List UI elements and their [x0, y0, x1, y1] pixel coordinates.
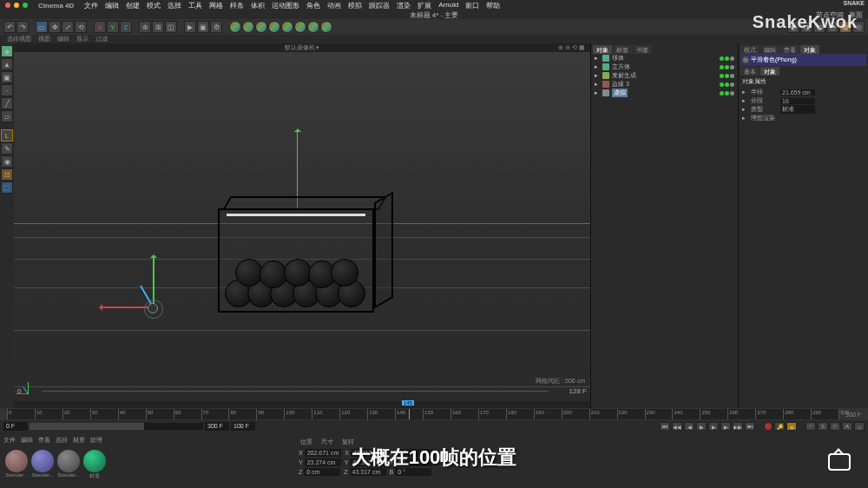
autokey-button[interactable]: 🔑 [774, 422, 785, 431]
menu-tools[interactable]: 工具 [188, 1, 202, 10]
bookmark-tab[interactable]: 书签 [633, 45, 652, 54]
prim-cube[interactable] [229, 21, 241, 33]
tweak-mode[interactable]: ✎ [1, 142, 13, 155]
frame-current-field[interactable]: 100 F [231, 422, 255, 431]
attr-tab-object[interactable]: 对象 [800, 45, 819, 54]
coord-tab-pos[interactable]: 位置 [300, 438, 312, 446]
next-key-button[interactable]: ▶▶ [733, 422, 743, 431]
material-swatch[interactable]: Standar... [31, 450, 54, 480]
attr-row[interactable]: ▸理想渲染 [740, 114, 866, 122]
menu-create[interactable]: 创建 [126, 1, 140, 10]
prim-camera[interactable] [294, 21, 306, 33]
attr-tab-view[interactable]: 查看 [780, 45, 799, 54]
min-dot[interactable] [14, 3, 19, 8]
menu-mode[interactable]: 模式 [147, 1, 161, 10]
menu-help[interactable]: 帮助 [486, 1, 500, 10]
vp-view[interactable]: 视图 [38, 35, 50, 43]
key-rot[interactable]: R [830, 422, 840, 431]
workplane-mode[interactable]: ⬚ [1, 181, 13, 194]
timeline-ruler[interactable]: 0102030405060708090100110120130140150160… [0, 408, 868, 420]
vp-selectview[interactable]: 选择视图 [7, 35, 31, 43]
object-row[interactable]: ▸发射生成 [593, 71, 736, 80]
render-view-button[interactable]: ▶ [184, 21, 196, 33]
menu-character[interactable]: 角色 [306, 1, 320, 10]
object-row[interactable]: ▸球体 [593, 54, 736, 63]
play-button[interactable]: ▶ [708, 422, 719, 431]
key-param[interactable]: A [842, 422, 852, 431]
prim-generator[interactable] [255, 21, 267, 33]
workplane[interactable]: ◫ [165, 21, 177, 33]
coord-system[interactable]: ⊕ [139, 21, 151, 33]
model-mode[interactable]: ▲ [1, 58, 13, 70]
menu-extensions[interactable]: 扩展 [418, 1, 431, 10]
record-button[interactable] [764, 422, 773, 431]
mat-tab-select[interactable]: 选择 [56, 436, 68, 445]
mat-tab-texture[interactable]: 纹理 [90, 436, 102, 445]
key-scale[interactable]: S [818, 422, 828, 431]
menu-mograph[interactable]: 运动图形 [272, 1, 299, 10]
menu-render[interactable]: 渲染 [397, 1, 411, 10]
coord-tab-size[interactable]: 尺寸 [321, 438, 333, 446]
obj-tab[interactable]: 对象 [593, 45, 612, 54]
prim-deformer[interactable] [268, 21, 280, 33]
cube-object[interactable] [218, 208, 374, 313]
material-swatch[interactable]: Standar... [5, 450, 28, 480]
coord-y-pos[interactable]: 23.274 cm [305, 458, 341, 466]
tag-tab[interactable]: 标签 [613, 45, 632, 54]
move-tool[interactable]: ✥ [49, 21, 61, 33]
frame-end-field[interactable]: 300 F [205, 422, 229, 431]
axis-mode[interactable]: L [1, 129, 13, 142]
viewport-frame-ruler[interactable]: 0 128 F [14, 387, 590, 394]
menu-animate[interactable]: 动画 [327, 1, 341, 10]
prev-key-button[interactable]: ◀◀ [672, 422, 682, 431]
vp-display[interactable]: 显示 [76, 35, 89, 43]
y-axis-toggle[interactable]: Y [107, 21, 119, 33]
key-pos[interactable]: P [806, 422, 816, 431]
menu-edit[interactable]: 编辑 [105, 1, 119, 10]
render-region-button[interactable]: ▣ [197, 21, 209, 33]
z-axis-toggle[interactable]: Z [120, 21, 132, 33]
rotate-tool[interactable]: ⟲ [75, 21, 87, 33]
play-back-button[interactable]: ▶ [696, 422, 707, 431]
prim-light[interactable] [307, 21, 319, 33]
prim-spline[interactable] [242, 21, 254, 33]
goto-start-button[interactable]: ⏮ [660, 422, 670, 431]
attr-subtab-object[interactable]: 对象 [760, 67, 779, 76]
viewport-solo[interactable]: ◉ [1, 155, 13, 168]
mat-tab-edit[interactable]: 编辑 [21, 436, 33, 445]
viewport-camera-label[interactable]: 默认摄像机 ▾ ⊕ ⊖ ⟲ ▦ [14, 43, 590, 52]
object-list[interactable]: ▸球体▸立方体▸发射生成▸边缘 3▸虚拟 [593, 54, 736, 97]
menu-spline[interactable]: 样条 [230, 1, 244, 10]
mat-tab-view[interactable]: 查看 [38, 436, 50, 445]
select-tool[interactable]: ▭ [36, 21, 48, 33]
coord-x-pos[interactable]: 202.671 cm [305, 449, 342, 457]
menu-volume[interactable]: 体积 [251, 1, 265, 10]
material-swatch[interactable]: 材质 [83, 450, 106, 480]
attr-tab-mode[interactable]: 模式 [740, 45, 760, 54]
max-dot[interactable] [23, 3, 28, 8]
timeline-range-slider[interactable] [30, 423, 203, 430]
undo-button[interactable]: ↶ [3, 21, 16, 33]
viewport-scrollbar[interactable] [14, 401, 590, 408]
attr-row[interactable]: ▸半径21.659 cm [740, 88, 866, 96]
next-frame-button[interactable]: ▶ [720, 422, 731, 431]
snap-toggle[interactable]: ⊞ [152, 21, 164, 33]
material-swatch[interactable]: Standar... [57, 450, 80, 480]
mat-tab-file[interactable]: 文件 [3, 436, 16, 445]
edge-mode[interactable]: ╱ [1, 97, 13, 109]
object-mode[interactable]: ▣ [1, 71, 13, 83]
scale-tool[interactable]: ⤢ [62, 21, 74, 33]
key-pla[interactable]: ◇ [854, 422, 865, 431]
menu-file[interactable]: 文件 [84, 1, 98, 10]
viewport-nav-icons[interactable]: ⊕ ⊖ ⟲ ▦ [558, 44, 585, 51]
menu-tracker[interactable]: 跟踪器 [369, 1, 390, 10]
coord-z-pos[interactable]: 0 cm [304, 468, 340, 476]
prev-frame-button[interactable]: ◀ [684, 422, 694, 431]
render-settings-button[interactable]: ⚙ [210, 21, 222, 33]
object-row[interactable]: ▸立方体 [593, 63, 736, 71]
mat-tab-material[interactable]: 材质 [73, 436, 85, 445]
attr-row[interactable]: ▸分段16 [740, 96, 866, 105]
frame-start-field[interactable]: 0 F [3, 422, 28, 431]
poly-mode[interactable]: ▱ [1, 110, 13, 122]
snap-settings[interactable]: ⊡ [1, 168, 13, 181]
